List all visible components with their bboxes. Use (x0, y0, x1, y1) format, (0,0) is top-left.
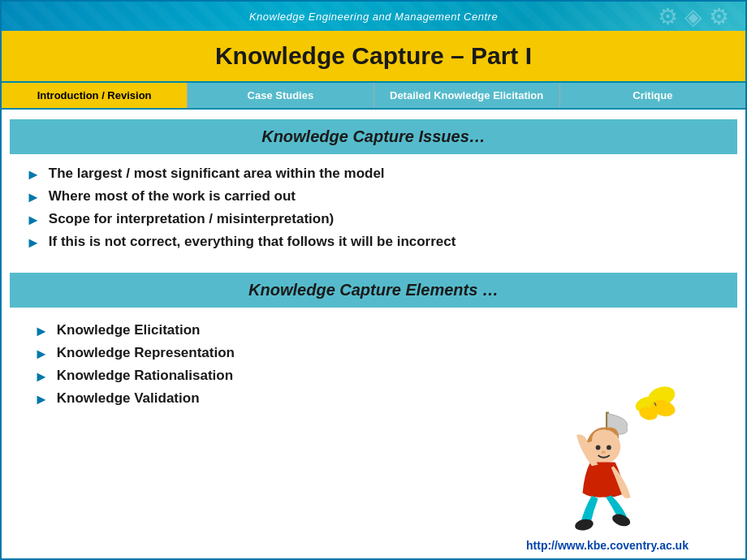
bullet-text: If this is not correct, everything that … (49, 234, 456, 250)
bullet-arrow-icon: ► (34, 346, 49, 363)
tab-introduction[interactable]: Introduction / Revision (2, 83, 188, 108)
list-item: ► Knowledge Elicitation (34, 322, 437, 340)
bullet-text: Knowledge Elicitation (57, 322, 201, 338)
section1-header: Knowledge Capture Issues… (10, 119, 737, 154)
bullet-text: Where most of the work is carried out (49, 188, 296, 205)
list-item: ► Scope for interpretation / misinterpre… (26, 211, 721, 229)
section2-list-area: ► Knowledge Elicitation ► Knowledge Repr… (2, 312, 469, 558)
header-decoration: ⚙ ◈ ⚙ (658, 3, 729, 30)
bullet-text: Knowledge Representation (57, 345, 235, 361)
section2-header: Knowledge Capture Elements … (10, 273, 737, 308)
list-item: ► The largest / most significant area wi… (26, 166, 721, 183)
content-area: Knowledge Capture Issues… ► The largest … (2, 110, 745, 558)
bullet-text: Knowledge Rationalisation (57, 368, 233, 384)
list-item: ► Knowledge Rationalisation (34, 368, 437, 386)
svg-point-7 (596, 446, 601, 450)
bullet-arrow-icon: ► (34, 368, 49, 386)
image-area: http://www.kbe.coventry.ac.uk (469, 312, 745, 558)
slide-container: Knowledge Engineering and Management Cen… (0, 0, 747, 560)
nav-tabs: Introduction / Revision Case Studies Det… (2, 81, 745, 110)
section2-bullets: ► Knowledge Elicitation ► Knowledge Repr… (10, 316, 461, 420)
header-bar: Knowledge Engineering and Management Cen… (2, 2, 745, 31)
bullet-text: Scope for interpretation / misinterpreta… (49, 211, 334, 227)
bullet-arrow-icon: ► (34, 323, 49, 340)
bottom-section: ► Knowledge Elicitation ► Knowledge Repr… (2, 312, 745, 558)
list-item: ► Knowledge Validation (34, 390, 437, 408)
title-band: Knowledge Capture – Part I (2, 31, 745, 81)
header-title: Knowledge Engineering and Management Cen… (249, 11, 498, 23)
bullet-arrow-icon: ► (26, 166, 41, 183)
section1-heading: Knowledge Capture Issues… (26, 127, 721, 146)
bullet-arrow-icon: ► (34, 391, 49, 408)
bullet-arrow-icon: ► (26, 212, 41, 229)
section1-bullets: ► The largest / most significant area wi… (2, 159, 745, 263)
svg-point-8 (607, 446, 611, 450)
tab-detailed-elicitation[interactable]: Detailed Knowledge Elicitation (374, 83, 560, 108)
character-illustration (526, 373, 689, 536)
bullet-text: Knowledge Validation (57, 390, 200, 407)
svg-point-9 (601, 450, 606, 454)
footer-url: http://www.kbe.coventry.ac.uk (526, 539, 689, 552)
tab-critique[interactable]: Critique (560, 83, 745, 108)
list-item: ► Where most of the work is carried out (26, 188, 721, 206)
tab-case-studies[interactable]: Case Studies (188, 83, 374, 108)
bullet-arrow-icon: ► (26, 235, 41, 252)
list-item: ► Knowledge Representation (34, 345, 437, 363)
main-title: Knowledge Capture – Part I (18, 42, 729, 70)
bullet-arrow-icon: ► (26, 189, 41, 206)
section2-heading: Knowledge Capture Elements … (26, 281, 721, 299)
bullet-text: The largest / most significant area with… (49, 166, 385, 182)
list-item: ► If this is not correct, everything tha… (26, 234, 721, 252)
